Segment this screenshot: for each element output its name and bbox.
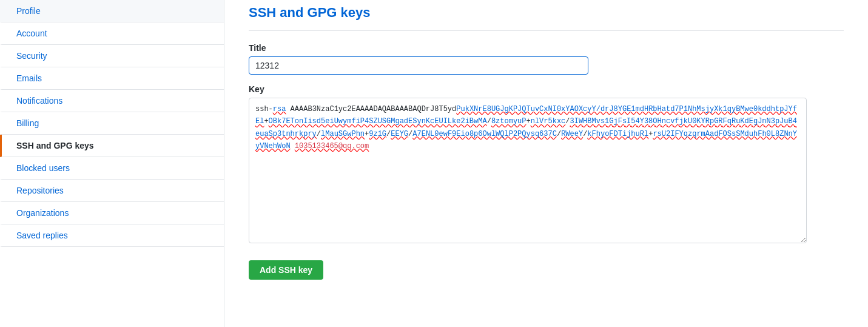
key-link11: kFhyoFDTijhuRl — [587, 130, 648, 138]
key-link8: EEYG — [391, 130, 408, 138]
sidebar-item-account[interactable]: Account — [0, 22, 224, 45]
sidebar-item-ssh-gpg-keys[interactable]: SSH and GPG keys — [0, 135, 224, 157]
key-label: Key — [249, 84, 844, 94]
title-label: Title — [249, 43, 844, 53]
sidebar-item-emails[interactable]: Emails — [0, 67, 224, 90]
key-rsa: rsa — [273, 105, 286, 113]
key-link9: A7ENL0ewF9Eio8p6OwlWQlP2PQysq637C — [412, 130, 557, 138]
add-ssh-key-button[interactable]: Add SSH key — [249, 260, 323, 280]
sidebar-item-saved-replies[interactable]: Saved replies — [0, 224, 224, 247]
main-content: SSH and GPG keys Title Key ssh-rsa AAAAB… — [224, 0, 868, 327]
sidebar-item-profile[interactable]: Profile — [0, 0, 224, 22]
key-link4: nlVr5kxc — [531, 117, 566, 126]
key-link3: 8ztomyuP — [491, 117, 527, 126]
key-link7: 9z1G — [369, 130, 386, 138]
key-link6: lMauSGwPhn — [321, 130, 365, 138]
key-email: 1035133465@qq.com — [295, 142, 369, 150]
key-ssh-prefix: ssh- — [255, 105, 273, 113]
title-form-group: Title — [249, 43, 844, 75]
key-link10: RWeeY — [561, 130, 583, 138]
sidebar-item-security[interactable]: Security — [0, 45, 224, 67]
sidebar: Profile Account Security Emails Notifica… — [0, 0, 224, 327]
sidebar-item-blocked-users[interactable]: Blocked users — [0, 157, 224, 180]
title-input[interactable] — [249, 56, 588, 75]
sidebar-item-notifications[interactable]: Notifications — [0, 90, 224, 112]
key-textarea[interactable]: ssh-rsa AAAAB3NzaC1yc2EAAAADAQABAAABAQDr… — [249, 98, 807, 243]
sidebar-item-organizations[interactable]: Organizations — [0, 202, 224, 224]
key-link2: OBk7ETonIisd5eiUwymfiP4SZUSGMgadESynKcEU… — [269, 117, 487, 126]
page-title: SSH and GPG keys — [249, 0, 844, 31]
key-form-group: Key ssh-rsa AAAAB3NzaC1yc2EAAAADAQABAAAB… — [249, 84, 844, 243]
sidebar-item-repositories[interactable]: Repositories — [0, 180, 224, 202]
sidebar-item-billing[interactable]: Billing — [0, 112, 224, 135]
